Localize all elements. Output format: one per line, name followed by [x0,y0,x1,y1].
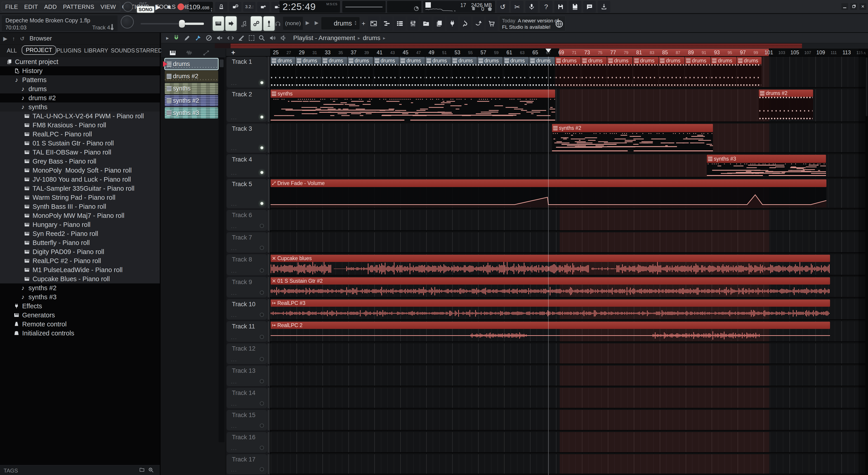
select-icon[interactable] [249,35,254,41]
track-color-strip[interactable] [268,179,270,208]
track-lane-13[interactable] [271,365,868,386]
breadcrumb-root[interactable]: Playlist - Arrangement [293,34,355,41]
clip-header[interactable]: drums [477,57,503,64]
automation-tab-icon[interactable] [203,50,210,56]
pattern-clip-drums[interactable]: drums [503,57,529,86]
headphones-icon[interactable] [274,20,281,27]
clip-header[interactable]: Cupcake blues [271,255,830,262]
glide-icon[interactable] [238,16,249,31]
clip-header[interactable]: synths #3 [707,155,826,163]
track-lane-17[interactable] [271,454,868,474]
track-led[interactable] [260,146,264,150]
track-options-dots[interactable]: ... [231,245,237,251]
pattern-swatch-drums2[interactable]: drums #2 [165,70,218,82]
slice-icon[interactable] [238,35,245,41]
snap-magnet-icon[interactable] [173,35,180,41]
pattern-clip-drums[interactable]: drums [477,57,503,86]
track-led[interactable] [260,291,264,295]
shuffle-knob[interactable] [123,2,133,12]
clip-header[interactable]: drums [296,57,321,64]
spectrum-panel[interactable] [387,1,421,13]
clip-header[interactable]: drums [685,57,710,64]
clip-header[interactable]: drums [399,57,425,64]
delete-icon[interactable] [206,35,212,41]
add-track-button[interactable]: + [231,49,235,56]
metronome-icon[interactable] [215,2,227,12]
clip-header[interactable]: drums [374,57,399,64]
clip-header[interactable]: synths [271,90,555,98]
track-lane-6[interactable] [271,210,868,231]
cpu-memory-panel[interactable]: 17 2426 MB 0 [423,1,495,13]
time-display[interactable]: 2:25:49 M:S:CS [279,1,340,13]
clip-header[interactable]: drums [322,57,347,64]
clip-header[interactable]: drums [737,57,762,64]
track-header-8[interactable]: Track 8... [226,254,267,275]
chat-icon[interactable] [583,1,596,13]
clip-header[interactable]: drums [348,57,373,64]
tree-item[interactable]: Current project [0,57,160,66]
clip-header[interactable]: drums [607,57,633,64]
pattern-clip-drums[interactable]: drums [348,57,373,86]
track-options-dots[interactable]: ... [231,268,237,274]
track-lane-9[interactable]: 01 S Sustain Gtr #2 [271,277,868,298]
close-windows-icon[interactable] [473,16,484,31]
update-notification[interactable]: Today A newer version of FL Studio is av… [499,16,565,31]
tree-item[interactable]: MonoPoly MW Maj7 - Piano roll [0,211,160,220]
clip-header[interactable]: drums [555,57,581,64]
track-color-strip[interactable] [268,344,270,364]
pattern-clip-drums[interactable]: drums [296,57,321,86]
tree-item[interactable]: ♪drums #2 [0,93,160,102]
playhead-marker[interactable] [546,49,551,53]
track-led[interactable] [260,423,264,428]
track-color-strip[interactable] [268,123,270,153]
clip-header[interactable]: drums [426,57,451,64]
track-led[interactable] [260,246,264,250]
tempo-spinner[interactable]: ▲▼ [210,7,213,12]
tree-item[interactable]: Digity PAD09 - Piano roll [0,247,160,256]
collapse-icon[interactable]: ▶ [3,35,7,42]
track-header-13[interactable]: Track 13... [226,365,267,386]
add-pattern-button[interactable]: + [362,20,365,27]
typing-keyboard-icon[interactable] [213,16,224,31]
song-mode-label[interactable]: SONG [137,6,154,13]
track-color-strip[interactable] [268,321,270,342]
track-header-2[interactable]: Track 2... [226,89,267,122]
track-header-9[interactable]: Track 9... [226,277,267,297]
minimize-button[interactable] [841,3,848,10]
clip-header[interactable]: drums [659,57,684,64]
timeline-ruler[interactable]: 2527293133353739414345474951535557596163… [270,49,868,57]
clip-header[interactable]: RealLPC 2 [271,322,830,329]
track-color-strip[interactable] [268,254,270,275]
tree-item[interactable]: Hungary - Piano roll [0,220,160,229]
pattern-clip-synths2[interactable]: synths #2 [552,124,713,152]
save-icon[interactable] [554,1,567,13]
breadcrumb-current[interactable]: drums [363,34,380,41]
audio-clip-Cupcakeblues[interactable]: Cupcake blues [271,255,830,274]
menu-item-add[interactable]: ADD [44,3,57,10]
master-volume-slider[interactable] [141,20,204,29]
track-lane-15[interactable] [271,410,868,431]
track-lane-8[interactable]: Cupcake blues [271,254,868,275]
track-options-dots[interactable]: ... [231,357,237,363]
pat-mode-label[interactable]: PAT [139,1,147,6]
slip-icon[interactable] [227,35,234,41]
track-header-12[interactable]: Track 12... [226,344,267,364]
play-button[interactable]: ▶ [153,2,163,12]
clip-header[interactable]: drums [503,57,529,64]
playlist-overview-scrollbar[interactable] [215,43,802,48]
tree-item[interactable]: Butterfly - Piano roll [0,238,160,247]
pattern-scrollbar[interactable] [219,58,224,442]
pattern-swatch-drums[interactable]: drums [165,58,218,70]
track-lane-3[interactable]: synths #2 [271,123,868,153]
track-options-dots[interactable]: ... [231,115,237,121]
pattern-clip-drums[interactable]: drums [685,57,710,86]
track-led[interactable] [260,335,264,339]
tree-item[interactable]: Effects [0,301,160,310]
track-header-10[interactable]: Track 10... [226,299,267,320]
marker-dropdown[interactable]: (none) [283,17,303,30]
pattern-clip-drums[interactable]: drums [581,57,607,86]
track-header-7[interactable]: Track 7... [226,232,267,253]
track-color-strip[interactable] [268,89,270,122]
pattern-clip-drums[interactable]: drums [555,57,581,86]
track-led[interactable] [260,170,264,175]
